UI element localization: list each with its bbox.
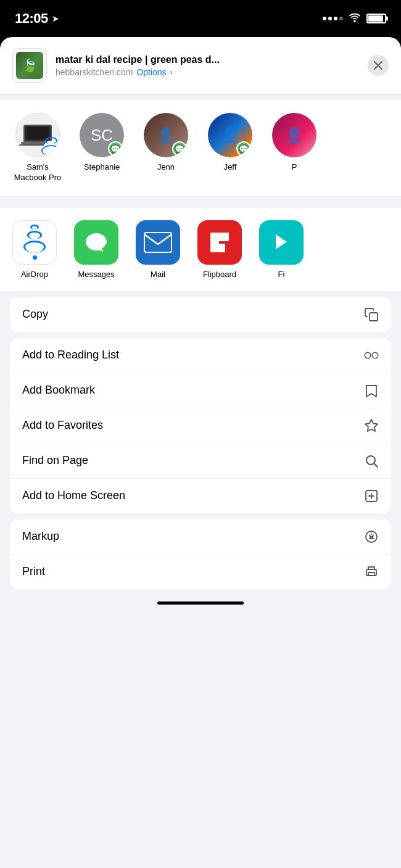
action-item-favorites[interactable]: Add to Favorites — [10, 408, 391, 444]
airdrop-icon-waves — [23, 225, 46, 260]
person-name-stephanie: Stephanie — [84, 162, 120, 173]
person-item-p[interactable]: 👤 P — [267, 113, 322, 183]
battery-fill — [368, 15, 383, 22]
messages-badge-jenn: 💬 — [172, 141, 187, 156]
status-time: 12:05 — [15, 10, 48, 27]
share-url-row: hebbarskitchen.com Options › — [56, 67, 359, 77]
action-item-print[interactable]: Print — [10, 555, 391, 589]
avatar-initials-sc: SC — [91, 126, 113, 145]
app-icon-airdrop — [12, 220, 57, 265]
photo-bg-pink: 👤 — [272, 113, 316, 157]
action-label-bookmark: Add Bookmark — [22, 384, 95, 397]
wifi-icon — [348, 12, 362, 25]
app-icon-messages — [74, 220, 118, 265]
action-item-add-home-screen[interactable]: Add to Home Screen — [10, 479, 391, 513]
app-item-airdrop[interactable]: AirDrop — [10, 220, 59, 279]
action-label-copy: Copy — [22, 308, 48, 321]
person-name-jenn: Jenn — [157, 162, 175, 173]
action-label-reading-list: Add to Reading List — [22, 349, 119, 362]
actions-section: Copy Add to Reading List — [0, 297, 401, 589]
mail-svg-icon — [144, 232, 172, 253]
messages-svg-icon — [83, 229, 109, 255]
location-icon: ➤ — [52, 14, 59, 23]
home-bar — [157, 601, 244, 605]
airdrop-w2 — [27, 231, 42, 239]
person-item-jenn[interactable]: 👤 💬 Jenn — [138, 113, 194, 183]
action-item-copy[interactable]: Copy — [10, 297, 391, 332]
person-avatar-macbook — [15, 113, 60, 157]
person-avatar-jenn: 👤 💬 — [144, 113, 188, 157]
action-group-1: Copy — [10, 297, 391, 332]
signal-dot-3 — [334, 17, 337, 20]
airdrop-w-dot — [33, 255, 37, 260]
app-icon-flipboard — [197, 220, 242, 265]
status-bar: 12:05 ➤ — [0, 0, 401, 35]
person-item-stephanie[interactable]: SC 💬 Stephanie — [74, 113, 130, 183]
action-label-favorites: Add to Favorites — [22, 419, 103, 432]
favicon-icon: 🍃 — [16, 52, 43, 79]
app-item-mail[interactable]: Mail — [133, 220, 183, 279]
messages-badge-icon-jenn: 💬 — [175, 144, 184, 154]
battery-icon — [366, 14, 386, 23]
action-label-add-home-screen: Add to Home Screen — [22, 489, 125, 502]
messages-badge-icon: 💬 — [110, 144, 120, 154]
person-avatar-jeff: 👤 💬 — [208, 113, 252, 157]
app-name-messages: Messages — [78, 270, 114, 279]
home-indicator — [0, 595, 401, 610]
status-icons — [323, 12, 386, 25]
share-title: matar ki dal recipe | green peas d... — [56, 54, 359, 65]
app-name-flipboard: Flipboard — [203, 270, 236, 279]
action-item-find-on-page[interactable]: Find on Page — [10, 444, 391, 479]
app-icon-partial — [259, 220, 304, 265]
app-item-messages[interactable]: Messages — [72, 220, 121, 279]
apps-scroll: AirDrop Messages Mail — [10, 220, 391, 279]
messages-badge-stephanie: 💬 — [108, 141, 123, 156]
app-item-partial[interactable]: Fi — [257, 220, 306, 279]
messages-badge-icon-jeff: 💬 — [239, 144, 249, 154]
person-avatar-p: 👤 — [272, 113, 316, 157]
options-chevron-icon: › — [170, 68, 173, 76]
svg-rect-12 — [368, 572, 374, 576]
partial-svg-icon — [271, 229, 292, 255]
svg-rect-0 — [144, 233, 172, 252]
signal-dot-2 — [328, 17, 332, 20]
battery-container — [366, 14, 386, 23]
person-item-jeff[interactable]: 👤 💬 Jeff — [202, 113, 258, 183]
action-item-reading-list[interactable]: Add to Reading List — [10, 338, 391, 373]
flipboard-svg-icon — [207, 229, 232, 255]
share-sheet: 🍃 matar ki dal recipe | green peas d... … — [0, 37, 401, 868]
person-name-jeff: Jeff — [224, 162, 237, 173]
person-name-p: P — [292, 162, 297, 173]
airdrop-waves-small — [41, 137, 60, 158]
search-icon — [364, 453, 379, 468]
app-icon-mail — [136, 220, 180, 265]
app-name-mail: Mail — [151, 270, 165, 279]
messages-badge-jeff: 💬 — [236, 141, 251, 156]
svg-point-4 — [372, 352, 378, 358]
people-section: Sam'sMacbook Pro SC 💬 Stephanie 👤 💬 — [0, 101, 401, 196]
reading-list-icon — [364, 348, 379, 363]
airdrop-badge-macbook — [43, 141, 59, 157]
person-name-macbook: Sam'sMacbook Pro — [14, 162, 62, 183]
copy-icon — [364, 307, 379, 322]
signal-dot-4 — [339, 17, 343, 20]
action-group-3: Markup Print — [10, 519, 391, 589]
share-favicon: 🍃 — [12, 48, 47, 83]
people-scroll: Sam'sMacbook Pro SC 💬 Stephanie 👤 💬 — [10, 113, 391, 183]
share-options-button[interactable]: Options — [136, 67, 166, 77]
person-item-macbook[interactable]: Sam'sMacbook Pro — [10, 113, 65, 183]
markup-icon — [364, 529, 379, 544]
signal-dots — [323, 17, 343, 20]
action-label-find-on-page: Find on Page — [22, 454, 88, 467]
signal-dot-1 — [323, 17, 326, 20]
app-item-flipboard[interactable]: Flipboard — [195, 220, 244, 279]
add-home-icon — [364, 489, 379, 503]
svg-point-3 — [365, 352, 370, 358]
share-close-button[interactable] — [368, 55, 389, 76]
airdrop-w3 — [23, 241, 46, 253]
airdrop-wave-1 — [45, 137, 57, 144]
action-item-markup[interactable]: Markup — [10, 519, 391, 555]
action-group-2: Add to Reading List Add Bookmark — [10, 338, 391, 513]
app-name-partial: Fi — [278, 270, 285, 279]
action-item-bookmark[interactable]: Add Bookmark — [10, 373, 391, 408]
